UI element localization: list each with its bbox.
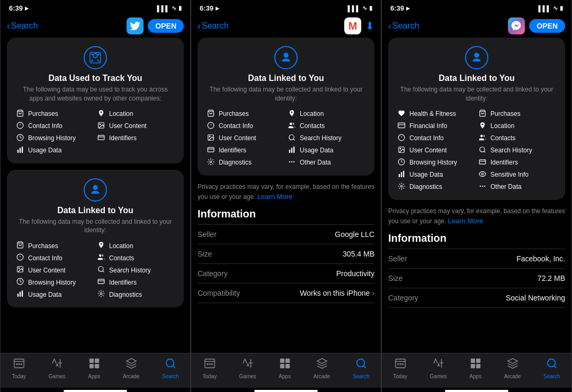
- usage-data-icon: [15, 146, 25, 155]
- arcade-tab-label: Arcade: [123, 373, 140, 379]
- signal-icon: ▌▌▌: [157, 5, 169, 12]
- tab-apps[interactable]: Apps: [88, 358, 100, 379]
- privacy-item-label: User Content: [109, 122, 147, 130]
- financial-info-icon: [397, 122, 406, 131]
- svg-rect-64: [280, 359, 284, 363]
- privacy-item-label: Search History: [109, 267, 151, 274]
- user-content-icon: [96, 122, 106, 131]
- svg-rect-33: [18, 363, 20, 365]
- today-tab-icon: [13, 358, 25, 372]
- chevron-left-icon: ‹: [388, 21, 391, 32]
- apps-tab-label: Apps: [279, 373, 291, 379]
- tab-search[interactable]: Search: [353, 358, 370, 379]
- games-tab-icon: [51, 358, 63, 372]
- learn-more-link[interactable]: Learn More: [257, 193, 292, 200]
- privacy-item-label: Sensitive Info: [490, 171, 529, 178]
- tab-today[interactable]: Today: [202, 358, 217, 379]
- purchases-icon: [15, 110, 25, 118]
- status-icons: ▌▌▌ ∿ ▮: [539, 5, 563, 12]
- back-button[interactable]: ‹Search: [388, 21, 508, 32]
- contact-info-icon: [15, 122, 25, 131]
- svg-rect-65: [285, 359, 290, 363]
- privacy-item: Usage Data: [287, 146, 366, 155]
- purchases-icon: [478, 110, 487, 118]
- info-row-value[interactable]: Works on this iPhone ›: [300, 289, 374, 297]
- privacy-item-label: Usage Data: [28, 291, 61, 298]
- tab-arcade[interactable]: Arcade: [123, 358, 140, 379]
- tab-apps[interactable]: Apps: [469, 358, 481, 379]
- privacy-item-label: Identifiers: [490, 159, 518, 166]
- tab-games[interactable]: Games: [430, 358, 447, 379]
- privacy-items-grid: PurchasesLocationContact InfoContactsUse…: [206, 110, 366, 167]
- privacy-item: Browsing History: [15, 278, 94, 287]
- status-icons: ▌▌▌ ∿ ▮: [157, 5, 182, 12]
- today-tab-label: Today: [202, 373, 217, 379]
- info-row-label: Seller: [388, 254, 407, 263]
- tab-today[interactable]: Today: [393, 358, 407, 379]
- privacy-item: Sensitive Info: [478, 170, 557, 179]
- other-data-icon: [287, 158, 297, 167]
- back-button[interactable]: ‹Search: [198, 21, 344, 32]
- privacy-item: Usage Data: [397, 170, 476, 179]
- svg-rect-67: [285, 364, 290, 368]
- privacy-item-label: User Content: [219, 134, 256, 142]
- svg-rect-94: [397, 363, 399, 365]
- card-header: Data Linked to YouThe following data may…: [15, 178, 175, 235]
- privacy-item-label: Contact Info: [219, 122, 253, 130]
- info-row: SellerGoogle LLC: [198, 225, 374, 244]
- search-tab-icon: [165, 358, 176, 372]
- download-icon[interactable]: ⬇: [365, 20, 374, 32]
- privacy-item: Contact Info: [397, 134, 476, 143]
- tab-search[interactable]: Search: [162, 358, 179, 379]
- privacy-item-label: Identifiers: [219, 147, 246, 154]
- search-history-icon: [287, 134, 297, 143]
- tab-games[interactable]: Games: [49, 358, 66, 379]
- tab-search[interactable]: Search: [543, 358, 560, 379]
- card-title: Data Linked to You: [57, 206, 133, 215]
- tab-arcade[interactable]: Arcade: [314, 358, 330, 379]
- privacy-item: Purchases: [15, 241, 94, 250]
- svg-line-69: [363, 366, 365, 368]
- tab-today[interactable]: Today: [12, 358, 26, 379]
- privacy-item: Browsing History: [15, 134, 94, 143]
- scroll-content[interactable]: Data Linked to YouThe following data may…: [382, 38, 571, 353]
- tab-games[interactable]: Games: [239, 358, 256, 379]
- scroll-content[interactable]: Data Linked to YouThe following data may…: [191, 38, 381, 353]
- back-label: Search: [202, 21, 229, 31]
- contact-info-icon: [397, 134, 406, 143]
- scroll-content[interactable]: Data Used to Track YouThe following data…: [1, 38, 190, 353]
- svg-point-55: [210, 161, 212, 163]
- nav-bar: ‹SearchM⬇: [191, 14, 381, 38]
- app-icon-twitter: [127, 17, 144, 34]
- privacy-item: Search History: [478, 146, 557, 155]
- open-button[interactable]: OPEN: [529, 19, 565, 33]
- privacy-item: Location: [96, 110, 175, 118]
- tab-apps[interactable]: Apps: [279, 358, 291, 379]
- svg-rect-53: [291, 148, 292, 152]
- location-icon: [96, 110, 106, 118]
- card-subtitle: The following data may be collected and …: [206, 85, 366, 103]
- diagnostics-icon: [206, 158, 216, 167]
- privacy-item: Contacts: [96, 253, 175, 262]
- privacy-item-label: Purchases: [490, 110, 521, 117]
- tab-arcade[interactable]: Arcade: [504, 358, 521, 379]
- svg-point-21: [99, 267, 103, 271]
- contact-info-icon: [15, 253, 25, 262]
- info-section-title: Information: [388, 232, 565, 244]
- browsing-history-icon: [15, 134, 25, 143]
- open-button[interactable]: OPEN: [148, 19, 184, 33]
- privacy-item: Contacts: [287, 122, 366, 131]
- privacy-item: Purchases: [206, 110, 285, 118]
- card-title: Data Linked to You: [439, 74, 514, 83]
- arcade-tab-label: Arcade: [504, 373, 521, 379]
- privacy-item-label: Contact Info: [28, 254, 62, 262]
- learn-more-link[interactable]: Learn More: [448, 217, 483, 225]
- info-table: SellerFacebook, Inc.Size72.2 MBCategoryS…: [388, 249, 565, 308]
- health-&-fitness-icon: [397, 110, 406, 118]
- contact-info-icon: [206, 122, 216, 131]
- card-header: Data Linked to YouThe following data may…: [397, 46, 557, 103]
- svg-line-49: [293, 139, 295, 140]
- privacy-item-label: Purchases: [219, 110, 249, 117]
- svg-line-102: [554, 366, 556, 368]
- back-button[interactable]: ‹Search: [7, 21, 127, 32]
